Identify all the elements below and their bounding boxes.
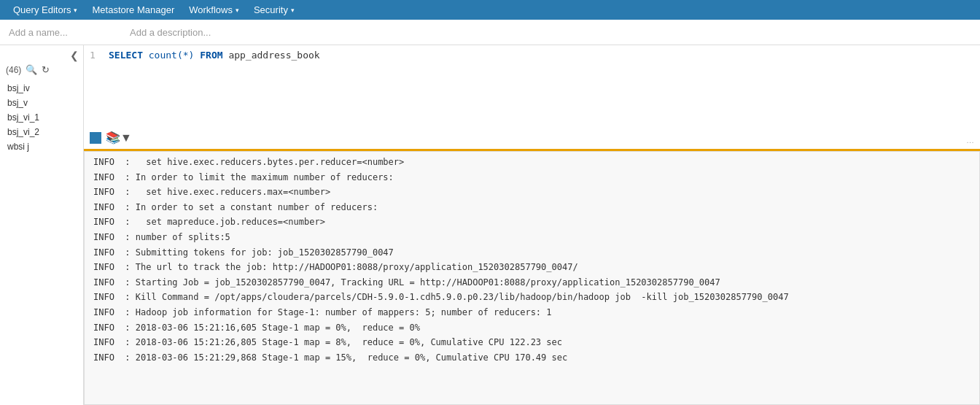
nav-workflows[interactable]: Workflows ▾ bbox=[182, 0, 246, 20]
table-name: app_address_book bbox=[228, 50, 319, 61]
log-line: INFO : 2018-03-06 15:21:16,605 Stage-1 m… bbox=[85, 320, 979, 336]
nav-query-editors-label: Query Editors bbox=[13, 4, 71, 15]
log-line: INFO : Hadoop job information for Stage-… bbox=[85, 305, 979, 320]
log-line: INFO : In order to set a constant number… bbox=[85, 200, 979, 215]
sidebar-collapse-area: ❮ bbox=[0, 45, 83, 61]
navbar: Query Editors ▾ Metastore Manager Workfl… bbox=[0, 0, 980, 20]
nav-query-editors[interactable]: Query Editors ▾ bbox=[6, 0, 85, 20]
nav-workflows-chevron: ▾ bbox=[236, 7, 239, 14]
nav-query-editors-chevron: ▾ bbox=[74, 7, 77, 14]
editor-toolbar: 📚▼ bbox=[90, 131, 132, 144]
collapse-button[interactable]: ❮ bbox=[70, 50, 79, 61]
main-layout: ❮ (46) 🔍 ↻ bsj_iv bsj_v bsj_vi_1 bsj_vi_… bbox=[0, 45, 980, 405]
nav-security-label: Security bbox=[254, 4, 288, 15]
nav-metastore-manager[interactable]: Metastore Manager bbox=[85, 0, 182, 20]
database-icon[interactable]: 📚▼ bbox=[106, 131, 132, 144]
nav-security[interactable]: Security ▾ bbox=[246, 0, 302, 20]
editor-area: 1 SELECT count(*) FROM app_address_book … bbox=[84, 45, 980, 405]
kw-select: SELECT bbox=[109, 50, 143, 61]
log-line: INFO : set mapreduce.job.reduces=<number… bbox=[85, 215, 979, 230]
nav-workflows-label: Workflows bbox=[189, 4, 233, 15]
code-text-1[interactable]: SELECT count(*) FROM app_address_book bbox=[109, 50, 320, 61]
sidebar-tools: (46) 🔍 ↻ bbox=[0, 61, 83, 78]
nav-metastore-label: Metastore Manager bbox=[92, 4, 174, 15]
log-line: INFO : set hive.exec.reducers.bytes.per.… bbox=[85, 155, 979, 170]
log-line: INFO : Submitting tokens for job: job_15… bbox=[85, 245, 979, 261]
nav-security-chevron: ▾ bbox=[291, 7, 295, 14]
results-area[interactable]: INFO : set hive.exec.reducers.bytes.per.… bbox=[84, 151, 980, 405]
sidebar: ❮ (46) 🔍 ↻ bsj_iv bsj_v bsj_vi_1 bsj_vi_… bbox=[0, 45, 84, 405]
line-number-1: 1 bbox=[90, 50, 100, 61]
run-button[interactable] bbox=[90, 132, 101, 144]
sidebar-count: (46) bbox=[6, 65, 21, 75]
sidebar-items-list: bsj_iv bsj_v bsj_vi_1 bsj_vi_2 wbsi j bbox=[0, 78, 83, 405]
log-line: INFO : number of splits:5 bbox=[85, 230, 979, 245]
sidebar-search-icon[interactable]: 🔍 bbox=[26, 64, 37, 75]
sidebar-item-bsj_vi_2[interactable]: bsj_vi_2 bbox=[0, 125, 83, 139]
name-bar bbox=[0, 20, 980, 45]
name-input[interactable] bbox=[9, 27, 118, 38]
log-line: INFO : The url to track the job: http://… bbox=[85, 260, 979, 275]
code-line-1: 1 SELECT count(*) FROM app_address_book bbox=[84, 45, 980, 61]
sidebar-refresh-icon[interactable]: ↻ bbox=[42, 64, 50, 75]
sidebar-item-wbsi-j[interactable]: wbsi j bbox=[0, 139, 83, 154]
log-line: INFO : In order to limit the maximum num… bbox=[85, 170, 979, 185]
kw-count: count(*) bbox=[149, 50, 195, 61]
sidebar-item-bsj_iv[interactable]: bsj_iv bbox=[0, 81, 83, 96]
code-editor: 1 SELECT count(*) FROM app_address_book … bbox=[84, 45, 980, 151]
description-input[interactable] bbox=[130, 27, 971, 38]
kw-from: FROM bbox=[200, 50, 222, 61]
sidebar-item-bsj_v[interactable]: bsj_v bbox=[0, 96, 83, 110]
log-line: INFO : Starting Job = job_1520302857790_… bbox=[85, 275, 979, 290]
log-line: INFO : Kill Command = /opt/apps/cloudera… bbox=[85, 290, 979, 305]
resize-handle[interactable]: … bbox=[966, 136, 974, 144]
log-line: INFO : set hive.exec.reducers.max=<numbe… bbox=[85, 185, 979, 200]
log-line: INFO : 2018-03-06 15:21:26,805 Stage-1 m… bbox=[85, 335, 979, 350]
log-line: INFO : 2018-03-06 15:21:29,868 Stage-1 m… bbox=[85, 350, 979, 366]
sidebar-item-bsj_vi_1[interactable]: bsj_vi_1 bbox=[0, 110, 83, 125]
